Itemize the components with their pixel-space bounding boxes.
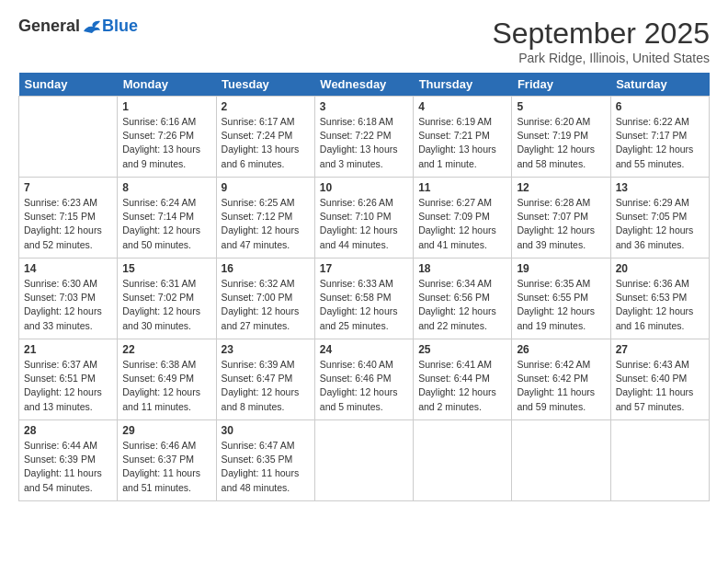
day-number: 11 — [418, 181, 506, 194]
day-number: 2 — [222, 100, 310, 113]
day-number: 29 — [122, 424, 210, 437]
week-row-0: 1Sunrise: 6:16 AM Sunset: 7:26 PM Daylig… — [19, 97, 710, 178]
calendar-cell — [314, 420, 413, 501]
calendar-cell: 2Sunrise: 6:17 AM Sunset: 7:24 PM Daylig… — [216, 97, 314, 178]
weekday-wednesday: Wednesday — [314, 73, 413, 97]
weekday-thursday: Thursday — [414, 73, 512, 97]
day-info: Sunrise: 6:19 AM Sunset: 7:21 PM Dayligh… — [418, 115, 506, 171]
day-info: Sunrise: 6:30 AM Sunset: 7:03 PM Dayligh… — [24, 277, 112, 333]
weekday-friday: Friday — [512, 73, 610, 97]
calendar-cell: 27Sunrise: 6:43 AM Sunset: 6:40 PM Dayli… — [610, 339, 709, 420]
calendar-cell: 21Sunrise: 6:37 AM Sunset: 6:51 PM Dayli… — [19, 339, 118, 420]
day-info: Sunrise: 6:17 AM Sunset: 7:24 PM Dayligh… — [222, 115, 310, 171]
day-info: Sunrise: 6:27 AM Sunset: 7:09 PM Dayligh… — [418, 196, 506, 252]
calendar-cell: 17Sunrise: 6:33 AM Sunset: 6:58 PM Dayli… — [314, 259, 413, 339]
calendar-cell — [414, 420, 512, 501]
day-number: 20 — [616, 262, 704, 275]
day-info: Sunrise: 6:46 AM Sunset: 6:37 PM Dayligh… — [122, 439, 210, 495]
day-info: Sunrise: 6:26 AM Sunset: 7:10 PM Dayligh… — [320, 196, 408, 252]
calendar-body: 1Sunrise: 6:16 AM Sunset: 7:26 PM Daylig… — [19, 97, 710, 501]
calendar-cell — [19, 97, 118, 178]
day-number: 19 — [517, 262, 605, 275]
day-number: 3 — [320, 100, 408, 113]
day-info: Sunrise: 6:39 AM Sunset: 6:47 PM Dayligh… — [222, 358, 310, 414]
calendar-cell: 25Sunrise: 6:41 AM Sunset: 6:44 PM Dayli… — [414, 339, 512, 420]
calendar-cell: 28Sunrise: 6:44 AM Sunset: 6:39 PM Dayli… — [19, 420, 118, 501]
day-number: 15 — [122, 262, 210, 275]
day-info: Sunrise: 6:16 AM Sunset: 7:26 PM Dayligh… — [122, 115, 210, 171]
location: Park Ridge, Illinois, United States — [492, 51, 710, 65]
week-row-4: 28Sunrise: 6:44 AM Sunset: 6:39 PM Dayli… — [19, 420, 710, 501]
day-number: 17 — [320, 262, 408, 275]
calendar-cell: 6Sunrise: 6:22 AM Sunset: 7:17 PM Daylig… — [610, 97, 709, 178]
day-number: 28 — [24, 424, 112, 437]
calendar-cell: 11Sunrise: 6:27 AM Sunset: 7:09 PM Dayli… — [414, 178, 512, 259]
calendar-cell: 22Sunrise: 6:38 AM Sunset: 6:49 PM Dayli… — [118, 339, 216, 420]
day-number: 25 — [418, 343, 506, 356]
day-number: 16 — [222, 262, 310, 275]
day-info: Sunrise: 6:40 AM Sunset: 6:46 PM Dayligh… — [320, 358, 408, 414]
week-row-3: 21Sunrise: 6:37 AM Sunset: 6:51 PM Dayli… — [19, 339, 710, 420]
day-info: Sunrise: 6:24 AM Sunset: 7:14 PM Dayligh… — [122, 196, 210, 252]
calendar-cell — [610, 420, 709, 501]
day-number: 4 — [418, 100, 506, 113]
logo: General Blue — [18, 17, 138, 36]
day-info: Sunrise: 6:31 AM Sunset: 7:02 PM Dayligh… — [122, 277, 210, 333]
calendar-cell: 5Sunrise: 6:20 AM Sunset: 7:19 PM Daylig… — [512, 97, 610, 178]
weekday-tuesday: Tuesday — [216, 73, 314, 97]
day-info: Sunrise: 6:33 AM Sunset: 6:58 PM Dayligh… — [320, 277, 408, 333]
weekday-monday: Monday — [118, 73, 216, 97]
calendar-cell — [512, 420, 610, 501]
calendar-cell: 26Sunrise: 6:42 AM Sunset: 6:42 PM Dayli… — [512, 339, 610, 420]
day-number: 5 — [517, 100, 605, 113]
calendar-cell: 24Sunrise: 6:40 AM Sunset: 6:46 PM Dayli… — [314, 339, 413, 420]
day-number: 13 — [616, 181, 704, 194]
day-number: 23 — [222, 343, 310, 356]
week-row-2: 14Sunrise: 6:30 AM Sunset: 7:03 PM Dayli… — [19, 259, 710, 339]
day-info: Sunrise: 6:22 AM Sunset: 7:17 PM Dayligh… — [616, 115, 704, 171]
month-title: September 2025 — [492, 17, 710, 51]
calendar-cell: 7Sunrise: 6:23 AM Sunset: 7:15 PM Daylig… — [19, 178, 118, 259]
calendar-cell: 13Sunrise: 6:29 AM Sunset: 7:05 PM Dayli… — [610, 178, 709, 259]
day-info: Sunrise: 6:20 AM Sunset: 7:19 PM Dayligh… — [517, 115, 605, 171]
calendar-cell: 3Sunrise: 6:18 AM Sunset: 7:22 PM Daylig… — [314, 97, 413, 178]
day-info: Sunrise: 6:29 AM Sunset: 7:05 PM Dayligh… — [616, 196, 704, 252]
weekday-sunday: Sunday — [19, 73, 118, 97]
calendar-cell: 14Sunrise: 6:30 AM Sunset: 7:03 PM Dayli… — [19, 259, 118, 339]
day-info: Sunrise: 6:23 AM Sunset: 7:15 PM Dayligh… — [24, 196, 112, 252]
logo-bird-icon — [82, 18, 102, 35]
day-number: 10 — [320, 181, 408, 194]
day-number: 12 — [517, 181, 605, 194]
day-info: Sunrise: 6:41 AM Sunset: 6:44 PM Dayligh… — [418, 358, 506, 414]
weekday-header-row: SundayMondayTuesdayWednesdayThursdayFrid… — [19, 73, 710, 97]
title-section: September 2025 Park Ridge, Illinois, Uni… — [492, 17, 710, 65]
day-number: 8 — [122, 181, 210, 194]
calendar-cell: 1Sunrise: 6:16 AM Sunset: 7:26 PM Daylig… — [118, 97, 216, 178]
week-row-1: 7Sunrise: 6:23 AM Sunset: 7:15 PM Daylig… — [19, 178, 710, 259]
day-info: Sunrise: 6:18 AM Sunset: 7:22 PM Dayligh… — [320, 115, 408, 171]
day-number: 27 — [616, 343, 704, 356]
day-info: Sunrise: 6:42 AM Sunset: 6:42 PM Dayligh… — [517, 358, 605, 414]
day-info: Sunrise: 6:38 AM Sunset: 6:49 PM Dayligh… — [122, 358, 210, 414]
calendar-cell: 23Sunrise: 6:39 AM Sunset: 6:47 PM Dayli… — [216, 339, 314, 420]
day-number: 14 — [24, 262, 112, 275]
calendar-table: SundayMondayTuesdayWednesdayThursdayFrid… — [18, 73, 710, 501]
day-number: 30 — [222, 424, 310, 437]
day-number: 1 — [122, 100, 210, 113]
calendar-cell: 12Sunrise: 6:28 AM Sunset: 7:07 PM Dayli… — [512, 178, 610, 259]
calendar-cell: 15Sunrise: 6:31 AM Sunset: 7:02 PM Dayli… — [118, 259, 216, 339]
day-info: Sunrise: 6:43 AM Sunset: 6:40 PM Dayligh… — [616, 358, 704, 414]
calendar-cell: 9Sunrise: 6:25 AM Sunset: 7:12 PM Daylig… — [216, 178, 314, 259]
day-info: Sunrise: 6:35 AM Sunset: 6:55 PM Dayligh… — [517, 277, 605, 333]
calendar-cell: 29Sunrise: 6:46 AM Sunset: 6:37 PM Dayli… — [118, 420, 216, 501]
calendar-cell: 8Sunrise: 6:24 AM Sunset: 7:14 PM Daylig… — [118, 178, 216, 259]
day-info: Sunrise: 6:47 AM Sunset: 6:35 PM Dayligh… — [222, 439, 310, 495]
day-info: Sunrise: 6:36 AM Sunset: 6:53 PM Dayligh… — [616, 277, 704, 333]
calendar-cell: 19Sunrise: 6:35 AM Sunset: 6:55 PM Dayli… — [512, 259, 610, 339]
weekday-saturday: Saturday — [610, 73, 709, 97]
day-number: 6 — [616, 100, 704, 113]
day-number: 22 — [122, 343, 210, 356]
calendar-cell: 18Sunrise: 6:34 AM Sunset: 6:56 PM Dayli… — [414, 259, 512, 339]
calendar-cell: 20Sunrise: 6:36 AM Sunset: 6:53 PM Dayli… — [610, 259, 709, 339]
day-info: Sunrise: 6:28 AM Sunset: 7:07 PM Dayligh… — [517, 196, 605, 252]
